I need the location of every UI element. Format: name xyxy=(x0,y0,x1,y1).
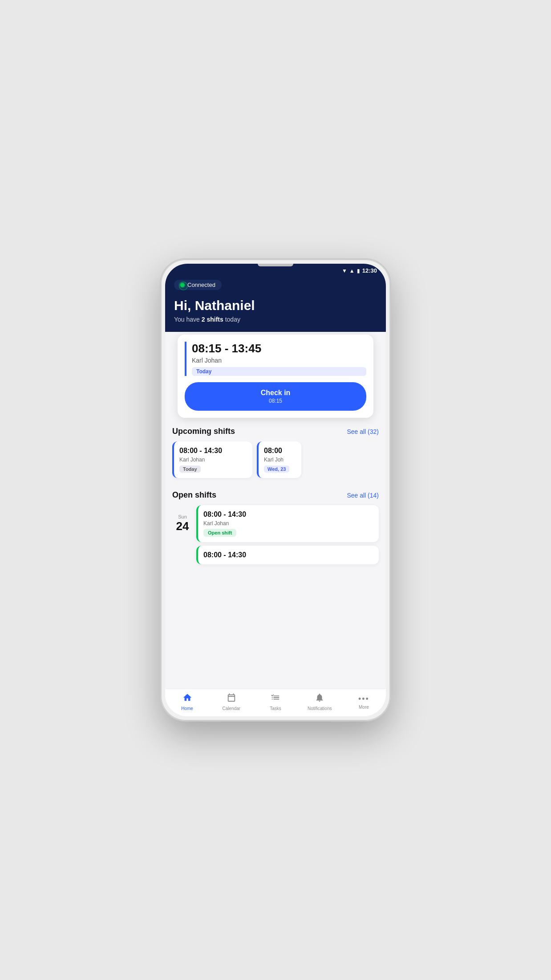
notifications-icon xyxy=(315,693,324,705)
nav-calendar-label: Calendar xyxy=(223,706,241,711)
status-icons: ▼ ▲ ▮ 12:30 xyxy=(342,267,377,274)
phone-frame: ▼ ▲ ▮ 12:30 Connected Hi, Nathaniel You … xyxy=(160,258,391,722)
upcoming-shift-2-time: 08:00 xyxy=(264,447,296,455)
nav-home[interactable]: Home xyxy=(165,693,209,711)
phone-screen: ▼ ▲ ▮ 12:30 Connected Hi, Nathaniel You … xyxy=(165,264,386,716)
open-shifts-section: Open shifts See all (14) Sun 24 08:00 - … xyxy=(165,489,386,564)
notch xyxy=(258,264,293,266)
upcoming-shift-2-location: Karl Joh xyxy=(264,457,296,463)
nav-calendar[interactable]: Calendar xyxy=(209,693,253,711)
upcoming-shift-2-badge: Wed, 23 xyxy=(264,466,289,473)
subtitle-shifts: 2 shifts xyxy=(202,316,223,323)
nav-home-label: Home xyxy=(181,706,193,711)
current-shift-section: 08:15 - 13:45 Karl Johan Today Check in … xyxy=(165,335,386,418)
day-name-1: Sun xyxy=(178,514,187,519)
current-shift-card: 08:15 - 13:45 Karl Johan Today Check in … xyxy=(178,335,373,418)
bottom-navigation: Home Calendar Tasks xyxy=(165,689,386,716)
volume-down-button[interactable] xyxy=(160,384,161,411)
subtitle-prefix: You have xyxy=(174,316,202,323)
open-shifts-title: Open shifts xyxy=(172,490,216,500)
upcoming-shifts-title: Upcoming shifts xyxy=(172,427,235,436)
shift-card-inner: 08:15 - 13:45 Karl Johan Today xyxy=(185,342,366,376)
upcoming-shift-card-1[interactable]: 08:00 - 14:30 Karl Johan Today xyxy=(172,441,252,478)
open-shift-1-badge: Open shift xyxy=(203,529,236,537)
open-shift-row-1: Sun 24 08:00 - 14:30 Karl Johan Open shi… xyxy=(172,505,379,542)
today-badge: Today xyxy=(192,367,366,376)
connected-dot-icon xyxy=(180,283,185,287)
connected-label: Connected xyxy=(187,282,215,288)
upcoming-shifts-scroll: 08:00 - 14:30 Karl Johan Today 08:00 Kar… xyxy=(172,441,379,482)
nav-more-label: More xyxy=(359,705,369,710)
open-shift-1-time: 08:00 - 14:30 xyxy=(203,510,373,519)
open-shift-card-2[interactable]: 08:00 - 14:30 xyxy=(196,546,379,564)
volume-up-button[interactable] xyxy=(160,357,161,375)
greeting-text: Hi, Nathaniel xyxy=(174,298,377,313)
nav-more[interactable]: ••• More xyxy=(342,694,386,710)
upcoming-shift-1-badge: Today xyxy=(179,466,201,473)
upcoming-see-all[interactable]: See all (32) xyxy=(347,428,379,435)
header: Connected Hi, Nathaniel You have 2 shift… xyxy=(165,276,386,332)
home-icon xyxy=(182,693,192,705)
nav-notifications-label: Notifications xyxy=(308,706,332,711)
nav-tasks-label: Tasks xyxy=(270,706,281,711)
open-see-all[interactable]: See all (14) xyxy=(347,492,379,499)
nav-notifications[interactable]: Notifications xyxy=(298,693,342,711)
open-shifts-header: Open shifts See all (14) xyxy=(172,489,379,500)
open-shift-1-location: Karl Johan xyxy=(203,520,373,527)
status-time: 12:30 xyxy=(362,267,377,274)
wifi-icon: ▼ xyxy=(342,268,347,274)
upcoming-shift-1-location: Karl Johan xyxy=(179,457,247,463)
power-button-left[interactable] xyxy=(160,420,161,446)
checkin-button[interactable]: Check in 08:15 xyxy=(185,382,366,411)
shift-location: Karl Johan xyxy=(192,357,366,364)
battery-icon: ▮ xyxy=(357,268,360,274)
subtitle-suffix: today xyxy=(223,316,240,323)
more-icon: ••• xyxy=(358,694,369,704)
connected-badge: Connected xyxy=(174,280,222,290)
shift-time: 08:15 - 13:45 xyxy=(192,342,366,355)
subtitle-text: You have 2 shifts today xyxy=(174,316,377,323)
checkin-label: Check in xyxy=(261,388,291,398)
checkin-time: 08:15 xyxy=(269,398,282,405)
calendar-icon xyxy=(227,693,236,705)
main-content: 08:15 - 13:45 Karl Johan Today Check in … xyxy=(165,332,386,689)
upcoming-shift-1-time: 08:00 - 14:30 xyxy=(179,447,247,455)
upcoming-shift-card-2[interactable]: 08:00 Karl Joh Wed, 23 xyxy=(257,441,301,478)
upcoming-shifts-section: Upcoming shifts See all (32) 08:00 - 14:… xyxy=(165,425,386,482)
tasks-icon xyxy=(271,693,280,705)
day-num-1: 24 xyxy=(176,519,189,533)
power-button-right[interactable] xyxy=(390,393,391,429)
open-shifts-list: Sun 24 08:00 - 14:30 Karl Johan Open shi… xyxy=(172,505,379,564)
upcoming-shifts-header: Upcoming shifts See all (32) xyxy=(172,425,379,436)
signal-icon: ▲ xyxy=(349,268,355,274)
day-column-1: Sun 24 xyxy=(172,505,193,542)
open-shift-card-1[interactable]: 08:00 - 14:30 Karl Johan Open shift xyxy=(196,505,379,542)
nav-tasks[interactable]: Tasks xyxy=(253,693,297,711)
open-shift-2-time: 08:00 - 14:30 xyxy=(203,551,373,559)
